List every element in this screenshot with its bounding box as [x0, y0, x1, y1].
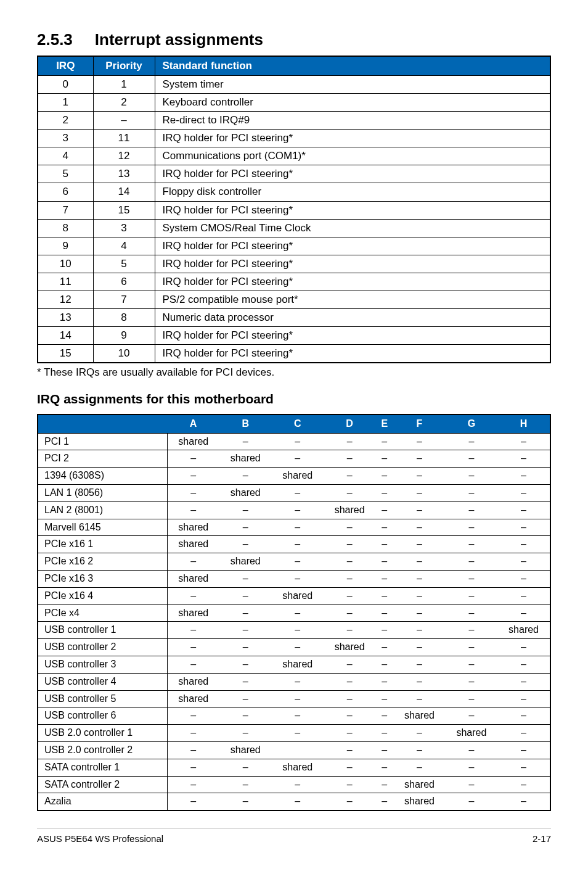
cell: – [446, 622, 497, 639]
cell: 7 [38, 201, 93, 219]
cell: 12 [93, 147, 155, 165]
table-row: 12Keyboard controller [38, 93, 550, 111]
cell: – [324, 656, 375, 673]
cell: – [219, 708, 271, 725]
cell: 14 [38, 327, 93, 345]
table-row: PCIe x16 4––shared––––– [38, 587, 550, 604]
cell: shared [272, 587, 324, 604]
footer-left: ASUS P5E64 WS Professional [37, 833, 163, 845]
table-row: PCIe x16 3shared––––––– [38, 570, 550, 587]
cell: – [375, 519, 393, 536]
cell: – [272, 793, 324, 811]
cell: 6 [38, 183, 93, 201]
cell: – [446, 553, 497, 571]
cell: – [497, 587, 550, 604]
cell: – [375, 501, 393, 519]
row-label: 1394 (6308S) [38, 468, 167, 485]
cell: – [446, 793, 497, 811]
cell: – [324, 450, 375, 468]
cell: – [375, 468, 393, 485]
cell: – [272, 484, 324, 501]
cell: – [497, 570, 550, 587]
cell: – [272, 553, 324, 571]
cell: – [219, 468, 271, 485]
cell: – [167, 639, 219, 656]
cell: – [324, 519, 375, 536]
cell: – [393, 450, 445, 468]
cell: 1 [38, 93, 93, 111]
cell: – [272, 622, 324, 639]
table-row: LAN 1 (8056)–shared–––––– [38, 484, 550, 501]
row-label: PCIe x16 3 [38, 570, 167, 587]
cell: shared [167, 673, 219, 690]
assign-header-col: A [167, 415, 219, 433]
cell: Keyboard controller [155, 93, 550, 111]
cell: – [375, 690, 393, 708]
table-row: 412Communications port (COM1)* [38, 147, 550, 165]
row-label: PCIe x16 1 [38, 536, 167, 553]
cell: – [167, 450, 219, 468]
cell: 5 [93, 255, 155, 273]
cell: – [375, 673, 393, 690]
cell: shared [393, 776, 445, 793]
cell: – [393, 725, 445, 742]
cell: – [219, 604, 271, 622]
cell: – [446, 484, 497, 501]
cell: shared [393, 708, 445, 725]
cell: – [446, 604, 497, 622]
cell: IRQ holder for PCI steering* [155, 255, 550, 273]
cell: – [167, 656, 219, 673]
cell: – [393, 604, 445, 622]
cell: shared [272, 656, 324, 673]
cell: – [219, 759, 271, 776]
cell: – [324, 708, 375, 725]
cell: – [375, 725, 393, 742]
cell: 4 [38, 147, 93, 165]
cell: – [219, 793, 271, 811]
cell: 1 [93, 75, 155, 93]
cell: 15 [38, 345, 93, 363]
cell: 11 [93, 130, 155, 147]
cell: – [375, 587, 393, 604]
cell: 8 [93, 309, 155, 327]
cell: – [219, 501, 271, 519]
cell: Communications port (COM1)* [155, 147, 550, 165]
cell: shared [393, 793, 445, 811]
cell: – [167, 501, 219, 519]
table-row: PCI 1shared––––––– [38, 433, 550, 450]
cell: 14 [93, 183, 155, 201]
cell: – [375, 553, 393, 571]
table-row: 715IRQ holder for PCI steering* [38, 201, 550, 219]
table-row: USB 2.0 controller 1––––––shared– [38, 725, 550, 742]
cell: – [393, 433, 445, 450]
row-label: SATA controller 1 [38, 759, 167, 776]
cell: – [375, 639, 393, 656]
cell: – [446, 536, 497, 553]
cell: PS/2 compatible mouse port* [155, 291, 550, 309]
cell: – [167, 622, 219, 639]
cell: – [446, 468, 497, 485]
cell: – [272, 536, 324, 553]
cell: – [497, 450, 550, 468]
cell: shared [324, 639, 375, 656]
cell: shared [497, 622, 550, 639]
table-row: 105IRQ holder for PCI steering* [38, 255, 550, 273]
cell: – [497, 673, 550, 690]
cell: – [375, 656, 393, 673]
cell: – [393, 519, 445, 536]
cell: – [219, 587, 271, 604]
cell: – [446, 690, 497, 708]
cell: IRQ holder for PCI steering* [155, 345, 550, 363]
cell: – [497, 708, 550, 725]
cell [272, 741, 324, 759]
cell: 8 [38, 219, 93, 237]
table-row: USB controller 4shared––––––– [38, 673, 550, 690]
cell: – [497, 468, 550, 485]
table-row: 2–Re-direct to IRQ#9 [38, 112, 550, 130]
cell: shared [324, 501, 375, 519]
cell: – [167, 468, 219, 485]
cell: shared [167, 519, 219, 536]
section-heading: 2.5.3 Interrupt assignments [37, 30, 551, 51]
cell: – [219, 656, 271, 673]
cell: shared [272, 468, 324, 485]
